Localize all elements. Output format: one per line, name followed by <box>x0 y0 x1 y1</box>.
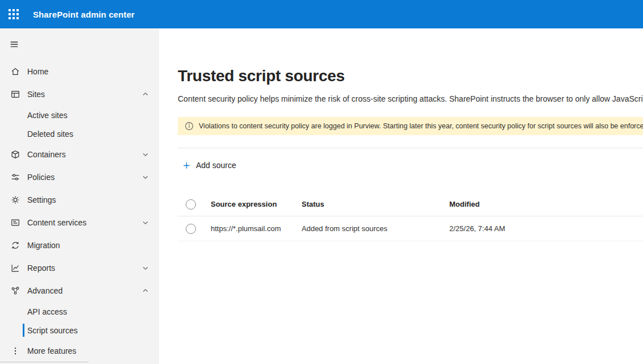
cell-status: Added from script sources <box>302 224 449 233</box>
sidebar-item-api-access[interactable]: API access <box>0 302 159 321</box>
sidebar-item-sites[interactable]: Sites <box>0 83 159 106</box>
command-bar: Add source <box>178 155 643 175</box>
sidebar-item-content-services[interactable]: Content services <box>0 211 159 234</box>
settings-gear-icon <box>10 194 21 206</box>
sidebar-item-home[interactable]: Home <box>0 60 159 83</box>
sidebar-item-label: More features <box>27 346 149 355</box>
sites-icon <box>10 89 21 100</box>
info-icon <box>185 122 194 131</box>
sidebar-item-label: Policies <box>27 173 142 182</box>
sidebar-item-reports[interactable]: Reports <box>0 257 159 279</box>
more-vertical-icon <box>10 345 21 357</box>
script-sources-table: Source expression Status Modified https:… <box>178 193 643 241</box>
app-launcher-button[interactable] <box>0 0 27 28</box>
sidebar-item-settings[interactable]: Settings <box>0 189 159 211</box>
sidebar-item-label: Home <box>27 67 149 76</box>
row-select-cell <box>178 224 211 234</box>
home-icon <box>10 66 21 77</box>
table-row[interactable]: https://*.plumsail.com Added from script… <box>178 216 643 241</box>
sidebar-item-label: Containers <box>27 150 142 159</box>
sidebar-item-label: Active sites <box>27 111 68 120</box>
sidebar-nav: Home Sites Active sites Deleted sites Co… <box>0 28 159 364</box>
sidebar-item-active-sites[interactable]: Active sites <box>0 106 159 124</box>
migration-sync-icon <box>10 240 21 251</box>
sidebar-item-script-sources[interactable]: Script sources <box>0 321 159 340</box>
column-header-modified[interactable]: Modified <box>449 200 643 208</box>
chevron-up-icon <box>142 287 149 294</box>
advanced-molecule-icon <box>10 285 21 296</box>
main-content: Trusted script sources Content security … <box>159 28 643 364</box>
nav-collapse-button[interactable] <box>0 33 27 56</box>
containers-icon <box>10 149 21 160</box>
column-header-source-expression[interactable]: Source expression <box>211 200 302 208</box>
sidebar-item-label: Settings <box>27 195 149 204</box>
sidebar-item-containers[interactable]: Containers <box>0 143 159 166</box>
sidebar-item-more-features[interactable]: More features <box>0 340 159 362</box>
sidebar-item-policies[interactable]: Policies <box>0 166 159 189</box>
app-title: SharePoint admin center <box>33 10 135 19</box>
chevron-up-icon <box>142 91 149 98</box>
cell-source-expression: https://*.plumsail.com <box>211 224 302 233</box>
sidebar-item-label: Content services <box>27 218 142 227</box>
sidebar-item-label: Script sources <box>27 326 78 335</box>
reports-chart-icon <box>10 262 21 274</box>
sidebar-item-deleted-sites[interactable]: Deleted sites <box>0 124 159 143</box>
page-title: Trusted script sources <box>178 67 643 85</box>
sidebar-item-migration[interactable]: Migration <box>0 234 159 257</box>
table-header-row: Source expression Status Modified <box>178 193 643 216</box>
sidebar-item-label: Sites <box>27 90 142 99</box>
content-divider <box>178 148 643 148</box>
sidebar-item-label: API access <box>27 307 67 316</box>
sidebar-item-label: Migration <box>27 241 149 250</box>
warning-banner: Violations to content security policy ar… <box>178 117 643 135</box>
suite-header: SharePoint admin center <box>0 0 643 28</box>
chevron-down-icon <box>142 151 149 158</box>
sidebar-item-label: Advanced <box>27 286 142 295</box>
select-all-checkbox[interactable] <box>186 199 196 210</box>
column-header-status[interactable]: Status <box>302 200 449 208</box>
select-all-cell <box>178 199 211 210</box>
row-select-checkbox[interactable] <box>186 224 196 234</box>
cell-modified: 2/25/26, 7:44 AM <box>449 224 643 233</box>
hamburger-icon <box>9 39 19 49</box>
content-services-icon <box>10 217 21 228</box>
waffle-icon <box>9 9 19 19</box>
plus-icon <box>182 161 191 170</box>
chevron-down-icon <box>142 174 149 181</box>
chevron-down-icon <box>142 219 149 226</box>
chevron-down-icon <box>142 265 149 271</box>
sidebar-item-advanced[interactable]: Advanced <box>0 279 159 302</box>
sidebar-item-label: Deleted sites <box>27 129 73 139</box>
policies-icon <box>10 171 21 183</box>
warning-banner-text: Violations to content security policy ar… <box>199 122 643 130</box>
add-source-label: Add source <box>196 161 236 170</box>
page-description: Content security policy helps minimize t… <box>178 94 643 103</box>
sidebar-item-label: Reports <box>27 263 142 273</box>
add-source-button[interactable]: Add source <box>178 155 242 175</box>
